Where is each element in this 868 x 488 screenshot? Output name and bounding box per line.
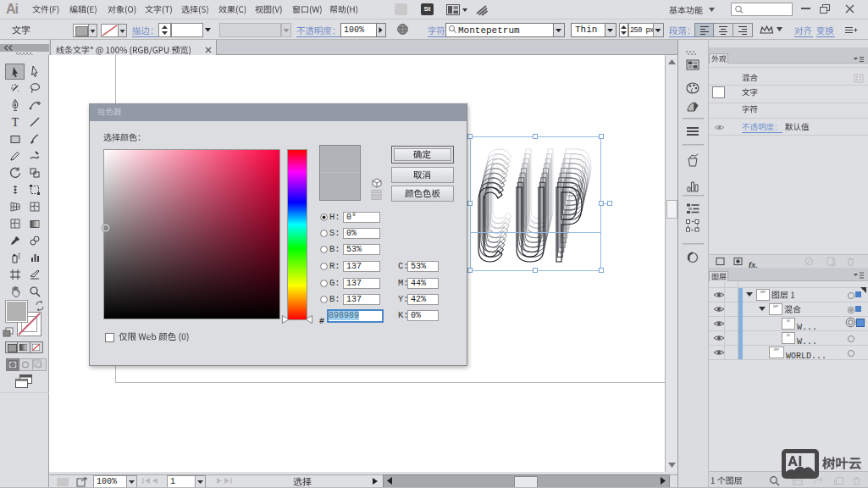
svg-text:T: T [11, 116, 19, 128]
